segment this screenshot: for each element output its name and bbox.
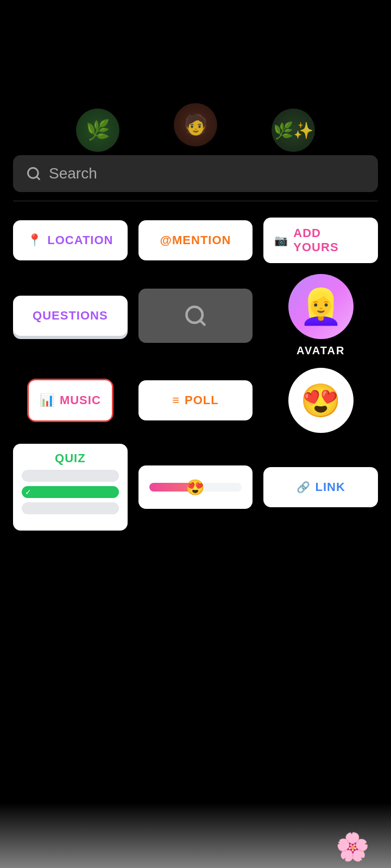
quiz-option-3 xyxy=(22,502,119,514)
sticker-search[interactable] xyxy=(138,274,253,357)
mention-label: @MENTION xyxy=(160,233,231,247)
search-icon xyxy=(26,166,41,181)
sticker-avatar[interactable]: 👱‍♀️ AVATAR xyxy=(263,274,378,357)
avatar-label: AVATAR xyxy=(297,344,345,357)
camera-icon: 📷 xyxy=(274,234,288,247)
avatar-preview-1: 🌿 xyxy=(76,108,119,152)
avatar-preview-3: 🌿✨ xyxy=(272,108,315,152)
sticker-location[interactable]: 📍 LOCATION xyxy=(13,218,128,263)
sticker-link[interactable]: 🔗 LINK xyxy=(263,444,378,531)
sticker-questions[interactable]: QUESTIONS xyxy=(13,274,128,357)
sticker-poll[interactable]: ≡ POLL xyxy=(138,368,253,433)
link-label: LINK xyxy=(316,480,345,494)
sticker-grid: 📍 LOCATION @MENTION 📷 ADD YOURS QUESTION… xyxy=(13,218,378,541)
section-divider xyxy=(13,201,378,201)
quiz-option-2-selected: ✓ xyxy=(22,486,119,498)
top-dark-area: 🌿 🧑 🌿✨ Search xyxy=(0,0,391,201)
search-bar-container: Search xyxy=(0,155,391,201)
svg-line-3 xyxy=(200,320,205,324)
addyours-label: ADD YOURS xyxy=(293,226,367,254)
avatar-circle: 👱‍♀️ xyxy=(288,274,354,339)
slider-emoji: 😍 xyxy=(186,478,205,496)
sticker-quiz[interactable]: QUIZ ✓ xyxy=(13,444,128,531)
avatar-emoji: 👱‍♀️ xyxy=(299,289,343,324)
music-bars-icon: 📊 xyxy=(40,393,54,407)
svg-line-1 xyxy=(36,176,39,179)
link-icon: 🔗 xyxy=(297,481,310,494)
sticker-emoji[interactable]: 😍 xyxy=(263,368,378,433)
quiz-title: QUIZ xyxy=(55,451,86,465)
location-label: LOCATION xyxy=(47,233,113,247)
flower-decoration: 🌸 xyxy=(336,831,369,863)
check-icon: ✓ xyxy=(25,488,31,496)
sticker-area: 📍 LOCATION @MENTION 📷 ADD YOURS QUESTION… xyxy=(0,201,391,541)
heart-eyes-emoji: 😍 xyxy=(300,381,341,420)
poll-label: POLL xyxy=(185,393,219,407)
location-icon: 📍 xyxy=(27,233,42,247)
avatar-preview-2: 🧑 xyxy=(174,103,217,146)
slider-track: 😍 xyxy=(149,483,242,492)
search-placeholder: Search xyxy=(49,165,97,182)
bottom-fade xyxy=(0,803,391,868)
sticker-slider[interactable]: 😍 xyxy=(138,444,253,531)
quiz-option-1 xyxy=(22,470,119,482)
sticker-mention[interactable]: @MENTION xyxy=(138,218,253,263)
emoji-circle: 😍 xyxy=(288,368,354,433)
search-bar[interactable]: Search xyxy=(13,155,378,192)
questions-label: QUESTIONS xyxy=(33,309,108,323)
poll-icon: ≡ xyxy=(172,393,179,407)
search-sticker-icon xyxy=(184,304,207,328)
music-label: MUSIC xyxy=(60,393,101,407)
sticker-music[interactable]: 📊 MUSIC xyxy=(13,368,128,433)
sticker-addyours[interactable]: 📷 ADD YOURS xyxy=(263,218,378,263)
